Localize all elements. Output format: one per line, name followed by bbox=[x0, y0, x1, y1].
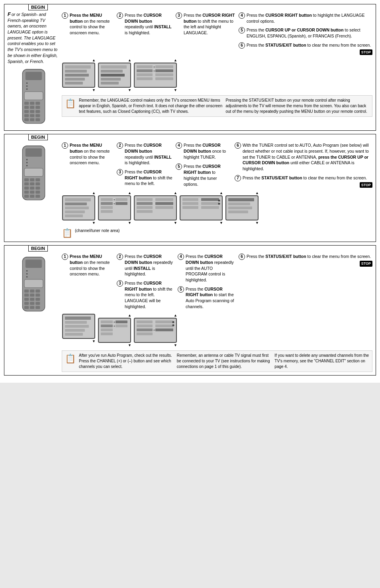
s2-note-text: (channel/tuner note area) bbox=[75, 228, 119, 234]
step-3-num: 3 bbox=[176, 12, 182, 19]
svg-rect-50 bbox=[24, 178, 29, 181]
svg-rect-22 bbox=[65, 65, 91, 69]
svg-rect-90 bbox=[182, 202, 198, 205]
svg-rect-38 bbox=[155, 65, 173, 68]
svg-rect-15 bbox=[24, 114, 29, 117]
s3-notes: 📋 After you've run Auto Program, check o… bbox=[62, 350, 372, 372]
svg-rect-86 bbox=[155, 202, 173, 205]
svg-rect-107 bbox=[24, 279, 43, 288]
stop-badge-1: STOP bbox=[360, 49, 372, 55]
step-2-text: Press the CURSOR DOWN button repeatedly … bbox=[125, 12, 172, 36]
step-4-text: Press the CURSOR RIGHT button to highlig… bbox=[247, 12, 372, 24]
svg-rect-13 bbox=[30, 110, 34, 113]
svg-rect-119 bbox=[35, 302, 40, 305]
s2-screen-2: ▲ ▼ bbox=[98, 191, 131, 225]
tv-screen-svg-1b bbox=[98, 62, 131, 88]
remote-svg-2 bbox=[15, 144, 53, 204]
svg-rect-144 bbox=[155, 324, 173, 327]
note-right-text: Pressing the STATUS/EXIT button on your … bbox=[226, 98, 370, 114]
svg-rect-82 bbox=[137, 202, 153, 205]
svg-rect-114 bbox=[24, 298, 29, 301]
s3-step-2: 2 Press the CURSOR DOWN button repeatedl… bbox=[117, 254, 174, 278]
step-1-header: 1 Press the MENU button on the remote co… bbox=[62, 12, 114, 36]
svg-point-95 bbox=[218, 200, 220, 202]
svg-rect-52 bbox=[35, 178, 40, 181]
svg-rect-125 bbox=[65, 321, 87, 324]
svg-rect-51 bbox=[30, 178, 34, 181]
step-1-text: Press the MENU button on the remote cont… bbox=[70, 12, 114, 36]
svg-rect-99 bbox=[228, 203, 250, 205]
svg-rect-141 bbox=[137, 328, 153, 331]
main-content-1: 1 Press the MENU button on the remote co… bbox=[62, 8, 372, 127]
svg-rect-16 bbox=[30, 114, 34, 117]
svg-rect-66 bbox=[65, 198, 91, 201]
svg-rect-19 bbox=[30, 118, 34, 122]
svg-rect-111 bbox=[24, 294, 29, 297]
s3-screen-1: ▼ bbox=[62, 313, 96, 343]
svg-rect-59 bbox=[24, 191, 29, 194]
step-4-header: 4 Press the CURSOR RIGHT button to highl… bbox=[239, 12, 372, 24]
step-6-text: Press the STATUS/EXIT button to clear th… bbox=[247, 42, 371, 48]
svg-point-96 bbox=[218, 203, 220, 205]
begin-label-3: BEGIN bbox=[28, 245, 48, 252]
svg-point-3 bbox=[26, 85, 27, 87]
svg-rect-101 bbox=[228, 210, 248, 213]
s2-note: 📋 (channel/tuner note area) bbox=[62, 228, 372, 238]
step-4-num: 4 bbox=[239, 12, 245, 19]
s3-step-3: 3 Press the CURSOR RIGHT button to shift… bbox=[117, 280, 174, 310]
svg-rect-61 bbox=[35, 191, 40, 194]
svg-rect-122 bbox=[35, 306, 40, 309]
svg-rect-1 bbox=[25, 72, 41, 80]
section-language: BEGIN For or Spanish- and French-speakin… bbox=[4, 4, 376, 131]
s2-screen-4: ▲ ▼ bbox=[179, 191, 223, 225]
svg-rect-30 bbox=[101, 74, 125, 77]
svg-rect-83 bbox=[137, 206, 153, 209]
remote-image-3 bbox=[8, 255, 59, 315]
step-3-header: 3 Press the CURSOR RIGHT button to shift… bbox=[176, 12, 235, 36]
svg-point-147 bbox=[172, 321, 174, 323]
svg-rect-120 bbox=[24, 306, 29, 309]
svg-rect-29 bbox=[101, 70, 123, 73]
begin-label-1: BEGIN bbox=[28, 4, 48, 10]
svg-rect-112 bbox=[30, 294, 34, 297]
svg-rect-5 bbox=[24, 92, 43, 100]
s3-note-2: Remember, an antenna or cable TV signal … bbox=[177, 353, 272, 370]
svg-rect-37 bbox=[137, 77, 153, 80]
svg-rect-32 bbox=[101, 82, 119, 85]
svg-rect-67 bbox=[65, 203, 87, 205]
main-content-3: 1 Press the MENU button on the remote co… bbox=[62, 249, 372, 372]
remote-svg-1 bbox=[15, 67, 53, 127]
remote-svg-3 bbox=[15, 255, 53, 315]
remote-image-2 bbox=[8, 144, 59, 204]
steps-right-col: 4 Press the CURSOR RIGHT button to highl… bbox=[239, 12, 372, 55]
screens-diagram-2: ▲ ▼ ▲ bbox=[62, 191, 372, 225]
svg-rect-103 bbox=[25, 260, 41, 268]
tv-screen-svg-1c bbox=[133, 62, 177, 88]
svg-point-105 bbox=[26, 273, 27, 275]
s2-step-6: 6 With the TUNER control set to AUTO, Au… bbox=[235, 142, 372, 172]
svg-rect-41 bbox=[155, 77, 173, 80]
svg-rect-108 bbox=[24, 289, 29, 293]
note-left-text: Remember, the LANGUAGE control makes onl… bbox=[79, 98, 223, 114]
step-1-num: 1 bbox=[62, 12, 68, 19]
svg-rect-132 bbox=[101, 328, 113, 331]
svg-rect-12 bbox=[24, 110, 29, 113]
stop-badge-3: STOP bbox=[360, 261, 372, 267]
s2-step-2: 2 Press the CURSOR DOWN button repeatedl… bbox=[117, 142, 172, 167]
svg-rect-121 bbox=[30, 306, 34, 309]
svg-rect-98 bbox=[228, 198, 254, 201]
step-5-text: Press the CURSOR UP or CURSOR DOWN butto… bbox=[247, 27, 372, 39]
svg-rect-14 bbox=[35, 110, 40, 113]
s2-step-1: 1 Press the MENU button on the remote co… bbox=[62, 142, 114, 188]
tv-screen-svg-1a bbox=[62, 62, 96, 88]
svg-rect-18 bbox=[24, 118, 29, 122]
svg-rect-72 bbox=[101, 198, 113, 201]
svg-rect-127 bbox=[65, 329, 85, 332]
s3-step-5: 5 Press the CURSOR RIGHT button to start… bbox=[178, 286, 235, 311]
svg-point-104 bbox=[26, 270, 27, 272]
svg-rect-55 bbox=[35, 183, 40, 186]
s2-step-4: 4 Press the CURSOR DOWN button once to h… bbox=[176, 142, 231, 161]
section-tuner: BEGIN bbox=[4, 134, 376, 242]
svg-rect-89 bbox=[182, 198, 198, 201]
step-5-num: 5 bbox=[239, 27, 245, 33]
